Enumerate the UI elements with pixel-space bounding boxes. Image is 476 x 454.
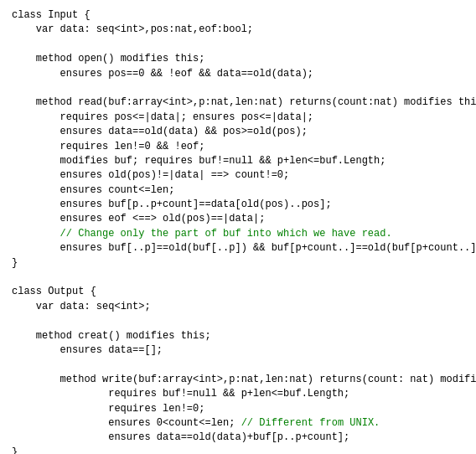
var-keyword-2: var — [36, 301, 54, 312]
code-container: class Input { var data: seq<int>,pos:nat… — [12, 8, 464, 454]
method-creat: method — [36, 330, 72, 342]
method-write: method — [60, 374, 96, 385]
var-keyword: var — [36, 23, 54, 35]
class-output-keyword: class — [12, 286, 42, 297]
method-read: method — [36, 96, 72, 108]
code-content: class Input { var data: seq<int>,pos:nat… — [12, 8, 464, 454]
method-open: method — [36, 53, 72, 64]
class-input-keyword: class — [12, 9, 42, 21]
